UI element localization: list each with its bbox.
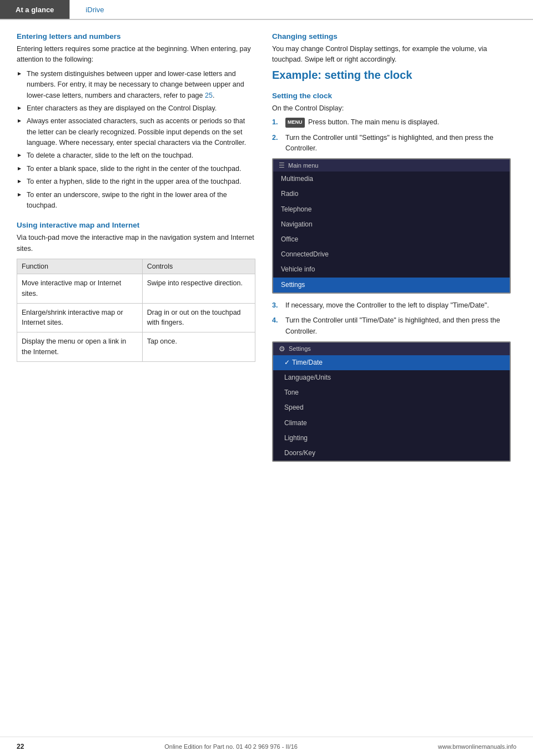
settings-item-climate: Climate [273,416,510,431]
main-menu-label: Main menu [288,162,318,169]
settings-screen: ⚙ Settings ✓Time/Date Language/Units Ton… [272,341,511,462]
list-item: To enter an underscore, swipe to the rig… [17,190,255,211]
menu-item-settings: Settings [273,278,510,293]
menu-item-telephone: Telephone [273,202,510,217]
list-item: To enter a blank space, slide to the rig… [17,164,255,174]
left-column: Entering letters and numbers Entering le… [17,32,255,468]
step-num-2: 2. [272,133,281,154]
menu-screen-icon: ☰ [279,162,285,169]
footer-copyright: Online Edition for Part no. 01 40 2 969 … [164,743,298,750]
entering-bullets: The system distinguishes between upper a… [17,69,255,211]
main-menu-screen: ☰ Main menu Multimedia Radio Telephone N… [272,158,511,294]
menu-item-vehicleinfo: Vehicle info [273,262,510,277]
table-cell-function: Move interactive map or Internet sites. [17,274,143,304]
table-cell-controls: Swipe into respective direction. [142,274,255,304]
footer-website: www.bmwonlinemanuals.info [438,743,516,750]
table-cell-controls: Tap once. [142,332,255,362]
table-row: Enlarge/shrink interactive map or Intern… [17,303,255,332]
step-num-3: 3. [272,300,281,311]
table-cell-function: Enlarge/shrink interactive map or Intern… [17,303,143,332]
page-header: At a glance iDrive [0,0,533,20]
list-item: To enter a hyphen, slide to the right in… [17,177,255,187]
entering-title: Entering letters and numbers [17,32,255,41]
step-4: 4. Turn the Controller until "Time/Date"… [272,315,511,337]
tab-at-a-glance[interactable]: At a glance [0,0,69,19]
settings-item-language: Language/Units [273,370,510,385]
menu-item-navigation: Navigation [273,217,510,232]
interactive-map-title: Using interactive map and Internet [17,221,255,229]
settings-item-lighting: Lighting [273,431,510,446]
list-item: Enter characters as they are displayed o… [17,103,255,114]
menu-item-office: Office [273,232,510,247]
table-col-controls: Controls [142,259,255,274]
settings-screen-label: Settings [289,345,311,352]
settings-item-tone: Tone [273,385,510,400]
table-col-function: Function [17,259,143,274]
entering-body: Entering letters requires some practice … [17,44,255,65]
changing-settings-title: Changing settings [272,32,511,41]
table-row: Move interactive map or Internet sites. … [17,274,255,304]
example-heading: Example: setting the clock [272,69,511,82]
step-1: 1. MENU Press button. The main menu is d… [272,117,511,128]
step-num-1: 1. [272,117,281,128]
settings-item-speed: Speed [273,400,510,415]
step-text-4: Turn the Controller until "Time/Date" is… [285,315,511,337]
page-link[interactable]: 25 [205,92,213,99]
menu-item-connecteddrive: ConnectedDrive [273,247,510,262]
table-row: Display the menu or open a link in the I… [17,332,255,362]
page-number: 22 [17,743,24,750]
function-table: Function Controls Move interactive map o… [17,259,255,362]
list-item: To delete a character, slide to the left… [17,150,255,161]
menu-item-multimedia: Multimedia [273,172,510,187]
screen-header-settings: ⚙ Settings [273,342,510,355]
check-icon: ✓ [284,359,290,366]
screen-header-main: ☰ Main menu [273,159,510,172]
tab-idrive[interactable]: iDrive [69,0,119,19]
step-text-1: MENU Press button. The main menu is disp… [285,117,511,128]
page-content: Entering letters and numbers Entering le… [0,20,533,491]
table-cell-controls: Drag in or out on the touchpad with fing… [142,303,255,332]
step-text-2: Turn the Controller until "Settings" is … [285,133,511,154]
right-column: Changing settings You may change Control… [272,32,511,468]
settings-gear-icon: ⚙ [279,345,285,353]
step-2: 2. Turn the Controller until "Settings" … [272,133,511,154]
setting-clock-sub: On the Control Display: [272,103,511,114]
settings-item-doorskey: Doors/Key [273,446,510,461]
settings-item-timedate: ✓Time/Date [273,355,510,370]
menu-icon: MENU [285,118,305,128]
changing-settings-section: Changing settings You may change Control… [272,32,511,65]
page-footer: 22 Online Edition for Part no. 01 40 2 9… [0,737,533,756]
changing-settings-body: You may change Control Display settings,… [272,44,511,65]
step-text-3: If necessary, move the Controller to the… [285,300,511,311]
interactive-map-body: Via touch-pad move the interactive map i… [17,233,255,254]
setting-clock-title: Setting the clock [272,92,511,100]
step-num-4: 4. [272,315,281,337]
list-item: Always enter associated characters, such… [17,116,255,148]
list-item: The system distinguishes between upper a… [17,69,255,101]
table-cell-function: Display the menu or open a link in the I… [17,332,143,362]
menu-item-radio: Radio [273,187,510,201]
step-3: 3. If necessary, move the Controller to … [272,300,511,311]
